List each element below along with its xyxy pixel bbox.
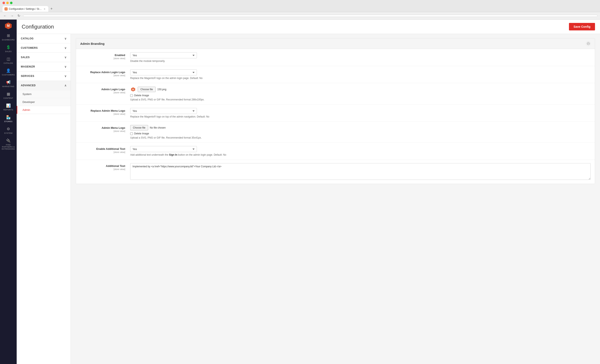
delete-menu-logo-label: Delete Image [134, 132, 149, 135]
select-replace-menu-logo[interactable]: Yes No [130, 108, 197, 114]
choose-file-button-menu-logo[interactable]: Choose file [130, 125, 148, 131]
left-nav: CATALOG ∨ CUSTOMERS ∨ SALES ∨ [17, 34, 71, 364]
sidebar-label-customers: CUSTOMERS [2, 74, 15, 76]
select-enable-additional-text[interactable]: Yes No [130, 146, 197, 152]
browser-forward-button[interactable]: → [9, 14, 15, 18]
form-label-col-enabled: Enabled [store view] [80, 52, 130, 60]
sidebar-logo: M [4, 21, 13, 30]
new-tab-button[interactable]: + [49, 6, 54, 12]
catalog-icon: ◫ [7, 57, 10, 61]
section-card-body: Enabled [store view] Yes No Disable the … [76, 49, 595, 184]
sidebar-item-dashboard[interactable]: ⊞ DASHBOARD [0, 31, 17, 43]
content-area: Admin Branding [76, 38, 595, 184]
control-col-admin-menu-logo: Choose file No file chosen Delete Image … [130, 125, 591, 139]
form-row-replace-admin-menu-logo: Replace Admin Menu Logo [store view] Yes… [76, 105, 595, 122]
nav-sub-label-system: System [22, 93, 31, 96]
nav-section-magenizr: MAGENIZR ∨ [17, 62, 71, 72]
nav-sub-items-advanced: System Developer Admin [17, 90, 71, 114]
form-label-col-admin-menu-logo: Admin Menu Logo [store view] [80, 125, 130, 132]
form-label-col-admin-login-logo: Admin Login Logo [store view] [80, 86, 130, 94]
tab-title: Configuration / Settings / Store... [9, 8, 43, 10]
file-name-menu-logo: No file chosen [150, 126, 166, 129]
url-bar[interactable] [23, 15, 598, 17]
maximize-window-button[interactable] [10, 2, 12, 4]
reports-icon: 📊 [6, 103, 11, 108]
sidebar-label-content: CONTENT [4, 97, 13, 99]
browser-refresh-button[interactable]: ↻ [17, 13, 21, 18]
page-title: Configuration [22, 24, 54, 30]
nav-section-header-catalog[interactable]: CATALOG ∨ [17, 34, 71, 43]
label-enable-additional-text: Enable Additional Text [80, 147, 125, 150]
stores-icon: 🏪 [6, 115, 11, 120]
sidebar-item-system[interactable]: ⚙ SYSTEM [0, 125, 17, 136]
checkbox-row-delete-menu-logo: Delete Image [130, 132, 591, 135]
form-row-additional-text: Additional Text [store view] [76, 160, 595, 184]
browser-tab-active[interactable]: M Configuration / Settings / Store... × [2, 6, 48, 12]
svg-text:M: M [132, 89, 134, 91]
delete-login-logo-label: Delete Image [134, 94, 149, 97]
nav-section-label-catalog: CATALOG [21, 37, 34, 40]
hint-admin-menu-logo: Upload a SVG, PNG or GIF file. Recommend… [130, 136, 591, 139]
save-config-button[interactable]: Save Config [569, 23, 595, 30]
nav-section-label-advanced: ADVANCED [21, 84, 36, 87]
select-replace-login-logo[interactable]: Yes No [130, 69, 197, 75]
nav-section-header-customers[interactable]: CUSTOMERS ∨ [17, 43, 71, 53]
delete-menu-logo-checkbox[interactable] [130, 132, 133, 135]
additional-text-textarea[interactable] [130, 163, 591, 180]
delete-login-logo-checkbox[interactable] [130, 94, 133, 97]
sidebar-label-dashboard: DASHBOARD [2, 39, 15, 41]
nav-sub-item-system[interactable]: System [17, 90, 71, 98]
nav-section-header-sales[interactable]: SALES ∨ [17, 53, 71, 62]
nav-section-label-services: SERVICES [21, 75, 34, 77]
section-card-header-admin-branding[interactable]: Admin Branding [76, 38, 595, 49]
label-additional-text-sub: [store view] [80, 168, 125, 170]
browser-traffic-lights [2, 2, 598, 4]
file-name-login-logo: 150.png [157, 88, 166, 91]
form-label-col-enable-additional-text: Enable Additional Text [store view] [80, 146, 130, 153]
collapse-section-button[interactable] [586, 41, 591, 46]
nav-section-header-advanced[interactable]: ADVANCED ∧ [17, 81, 71, 90]
minimize-window-button[interactable] [6, 2, 9, 4]
sidebar: M ⊞ DASHBOARD 💲 SALES ◫ CATALOG 👤 CUSTOM… [0, 19, 17, 364]
content-icon: ▦ [7, 92, 10, 96]
system-icon: ⚙ [7, 127, 10, 131]
hint-enable-additional-text: Add additional text underneath the Sign … [130, 153, 591, 156]
sidebar-item-content[interactable]: ▦ CONTENT [0, 90, 17, 101]
sidebar-label-sales: SALES [5, 50, 12, 53]
close-window-button[interactable] [2, 2, 5, 4]
sales-icon: 💲 [6, 45, 11, 50]
control-col-enabled: Yes No Disable the module temporarily. [130, 52, 591, 63]
svg-point-1 [587, 42, 590, 45]
tab-close-button[interactable]: × [44, 7, 46, 11]
nav-section-header-magenizr[interactable]: MAGENIZR ∨ [17, 62, 71, 71]
hint-replace-login-logo: Replace the Magento® logo on the admin l… [130, 77, 591, 80]
form-row-admin-login-logo: Admin Login Logo [store view] M [76, 83, 595, 105]
form-row-enable-additional-text: Enable Additional Text [store view] Yes … [76, 143, 595, 160]
sidebar-item-sales[interactable]: 💲 SALES [0, 43, 17, 55]
select-enabled[interactable]: Yes No [130, 52, 197, 58]
sidebar-item-reports[interactable]: 📊 REPORTS [0, 101, 17, 113]
sidebar-label-reports: REPORTS [4, 109, 13, 111]
control-col-enable-additional-text: Yes No Add additional text underneath th… [130, 146, 591, 156]
choose-file-button-login-logo[interactable]: Choose file [138, 87, 156, 92]
sidebar-label-system: SYSTEM [4, 132, 12, 134]
browser-tab-bar: M Configuration / Settings / Store... × … [2, 6, 598, 12]
form-label-col-replace-menu-logo: Replace Admin Menu Logo [store view] [80, 108, 130, 115]
right-content: Admin Branding [71, 34, 600, 364]
hint-admin-login-logo: Upload a SVG, PNG or GIF file. Recommend… [130, 98, 591, 101]
sidebar-item-customers[interactable]: 👤 CUSTOMERS [0, 66, 17, 78]
nav-section-header-services[interactable]: SERVICES ∨ [17, 72, 71, 81]
sidebar-item-stores[interactable]: 🏪 STORES [0, 113, 17, 125]
sidebar-item-catalog[interactable]: ◫ CATALOG [0, 55, 17, 66]
hint-replace-menu-logo: Replace the Magento® logo on top of the … [130, 115, 591, 118]
sidebar-label-marketing: MARKETING [2, 85, 14, 87]
sidebar-item-partners[interactable]: 🔌 FIND PARTNERS & EXTENSIONS [0, 136, 17, 152]
browser-back-button[interactable]: ← [2, 14, 8, 18]
nav-sub-item-admin[interactable]: Admin [17, 106, 71, 114]
label-enabled: Enabled [80, 54, 125, 57]
marketing-icon: 📢 [6, 80, 11, 84]
chevron-down-icon-customers: ∨ [64, 46, 67, 50]
section-title: Admin Branding [80, 42, 104, 46]
nav-sub-item-developer[interactable]: Developer [17, 98, 71, 106]
sidebar-item-marketing[interactable]: 📢 MARKETING [0, 78, 17, 90]
